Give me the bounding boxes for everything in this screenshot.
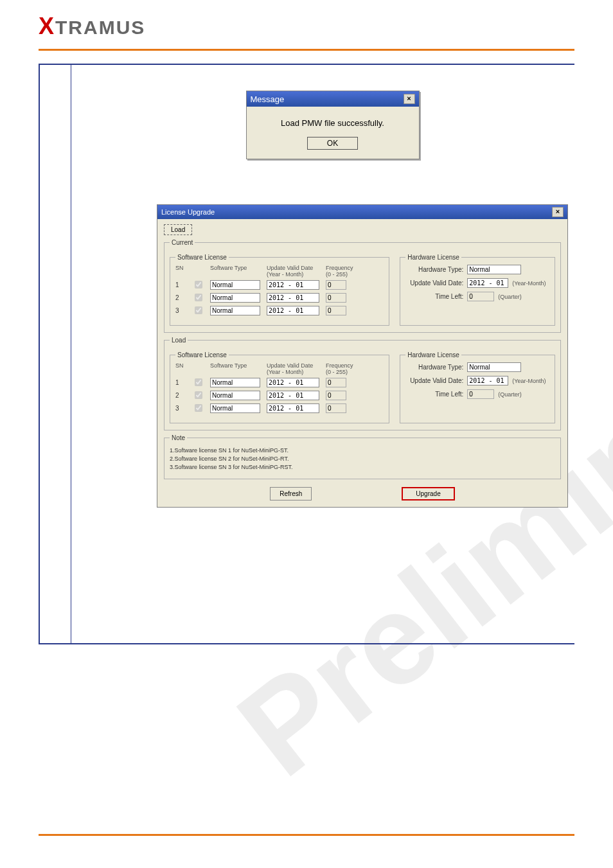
footer-divider xyxy=(39,834,574,836)
sw-type-field xyxy=(210,378,260,387)
sw-type-field xyxy=(210,403,260,413)
note-legend: Note xyxy=(170,434,187,441)
note-line: 1.Software license SN 1 for NuSet-MiniPG… xyxy=(170,447,555,454)
load-software-license: Software License SN Software Type Update… xyxy=(170,351,389,423)
sw-type-field xyxy=(210,293,260,303)
sw-freq-field xyxy=(326,306,346,315)
sw-date-field xyxy=(267,280,319,290)
hw-time-label: Time Left: xyxy=(405,293,463,300)
software-legend: Software License xyxy=(175,351,229,359)
hw-date-field xyxy=(467,376,508,385)
sw-type-field xyxy=(210,391,260,400)
sn-label: 2 xyxy=(175,392,187,399)
table-row: 3 xyxy=(175,403,384,413)
sw-checkbox xyxy=(195,294,202,301)
license-title: License Upgrade xyxy=(161,208,215,216)
hw-type-field xyxy=(467,362,521,372)
hw-date-suffix: (Year-Month) xyxy=(512,280,546,287)
note-line: 2.Software license SN 2 for NuSet-MiniPG… xyxy=(170,456,555,462)
sw-checkbox xyxy=(195,378,202,386)
hw-date-field xyxy=(467,278,508,288)
hw-time-label: Time Left: xyxy=(405,391,463,398)
col-freq: Frequency (0 - 255) xyxy=(326,362,359,375)
sw-checkbox xyxy=(195,281,202,288)
hardware-legend: Hardware License xyxy=(405,351,461,359)
sw-checkbox xyxy=(195,306,202,314)
sw-date-field xyxy=(267,293,319,303)
software-legend: Software License xyxy=(175,254,229,261)
col-sn: SN xyxy=(175,362,187,375)
table-row: 1 xyxy=(175,378,384,387)
license-upgrade-window: License Upgrade × Load Current Software … xyxy=(157,204,568,508)
table-row: 3 xyxy=(175,306,384,315)
message-title: Message xyxy=(251,94,285,104)
col-sn: SN xyxy=(175,265,187,278)
sw-date-field xyxy=(267,306,319,315)
current-legend: Current xyxy=(170,239,195,246)
col-date: Update Valid Date (Year - Month) xyxy=(267,362,319,375)
current-hardware-license: Hardware License Hardware Type: Update V… xyxy=(400,254,555,326)
hw-time-suffix: (Quarter) xyxy=(498,294,522,300)
sw-date-field xyxy=(267,403,319,413)
sn-label: 3 xyxy=(175,405,187,412)
current-software-license: Software License SN Software Type Update… xyxy=(170,254,389,326)
ok-button[interactable]: OK xyxy=(307,137,358,150)
brand-logo: XTRAMUS xyxy=(39,13,574,40)
load-section: Load Software License SN Software Type U… xyxy=(164,337,561,430)
load-hardware-license: Hardware License Hardware Type: Update V… xyxy=(400,351,555,423)
note-line: 3.Software license SN 3 for NuSet-MiniPG… xyxy=(170,464,555,470)
brand-logo-rest: TRAMUS xyxy=(55,17,145,38)
table-row: 2 xyxy=(175,391,384,400)
sw-freq-field xyxy=(326,280,346,290)
col-freq: Frequency (0 - 255) xyxy=(326,265,359,278)
load-button[interactable]: Load xyxy=(164,224,192,235)
sw-date-field xyxy=(267,378,319,387)
sw-freq-field xyxy=(326,293,346,303)
hw-type-label: Hardware Type: xyxy=(405,364,463,371)
sn-label: 3 xyxy=(175,307,187,314)
sw-checkbox xyxy=(195,404,202,412)
doc-content-cell: Message × Load PMW file successfully. OK… xyxy=(39,64,574,644)
table-row: 2 xyxy=(175,293,384,303)
hw-date-suffix: (Year-Month) xyxy=(512,378,546,384)
hw-time-field xyxy=(467,389,494,399)
col-type: Software Type xyxy=(210,265,260,278)
message-titlebar: Message × xyxy=(247,91,419,107)
close-icon[interactable]: × xyxy=(552,207,564,217)
sn-label: 1 xyxy=(175,379,187,386)
hw-date-label: Update Valid Date: xyxy=(405,279,463,287)
sw-type-field xyxy=(210,280,260,290)
col-date: Update Valid Date (Year - Month) xyxy=(267,265,319,278)
hw-time-field xyxy=(467,292,494,301)
header-divider xyxy=(39,49,574,51)
license-titlebar: License Upgrade × xyxy=(157,205,567,219)
hw-type-field xyxy=(467,265,521,274)
refresh-button[interactable]: Refresh xyxy=(270,487,312,500)
upgrade-button[interactable]: Upgrade xyxy=(402,487,454,500)
sw-freq-field xyxy=(326,378,346,387)
sw-checkbox xyxy=(195,391,202,399)
message-text: Load PMW file successfully. xyxy=(258,118,407,128)
note-section: Note 1.Software license SN 1 for NuSet-M… xyxy=(164,434,561,479)
sw-freq-field xyxy=(326,403,346,413)
table-row: 1 xyxy=(175,280,384,290)
col-type: Software Type xyxy=(210,362,260,375)
load-legend: Load xyxy=(170,337,188,344)
sn-label: 2 xyxy=(175,294,187,301)
sw-freq-field xyxy=(326,391,346,400)
current-section: Current Software License SN Software Typ… xyxy=(164,239,561,333)
hw-time-suffix: (Quarter) xyxy=(498,391,522,398)
brand-logo-x: X xyxy=(39,13,55,39)
sn-label: 1 xyxy=(175,281,187,288)
hw-type-label: Hardware Type: xyxy=(405,266,463,273)
close-icon[interactable]: × xyxy=(404,94,415,104)
sw-date-field xyxy=(267,391,319,400)
hw-date-label: Update Valid Date: xyxy=(405,377,463,384)
hardware-legend: Hardware License xyxy=(405,254,461,261)
sw-type-field xyxy=(210,306,260,315)
message-dialog: Message × Load PMW file successfully. OK xyxy=(246,91,420,159)
